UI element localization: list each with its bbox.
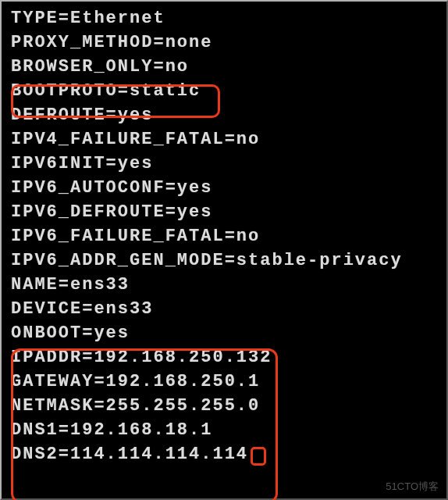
config-line-ipaddr: IPADDR=192.168.250.132 bbox=[6, 345, 446, 370]
config-line-ipv6-failure-fatal: IPV6_FAILURE_FATAL=no bbox=[6, 224, 446, 248]
config-line-proxy-method: PROXY_METHOD=none bbox=[6, 30, 446, 55]
config-line-dns1: DNS1=192.168.18.1 bbox=[6, 418, 446, 442]
config-line-browser-only: BROWSER_ONLY=no bbox=[6, 55, 446, 79]
config-line-ipv6-autoconf: IPV6_AUTOCONF=yes bbox=[6, 176, 446, 200]
terminal-output: TYPE=Ethernet PROXY_METHOD=none BROWSER_… bbox=[6, 6, 446, 466]
config-line-bootproto: BOOTPROTO=static bbox=[6, 79, 446, 103]
config-line-ipv6init: IPV6INIT=yes bbox=[6, 152, 446, 176]
config-line-ipv4-failure-fatal: IPV4_FAILURE_FATAL=no bbox=[6, 127, 446, 152]
config-line-name: NAME=ens33 bbox=[6, 273, 446, 297]
config-line-defroute: DEFROUTE=yes bbox=[6, 103, 446, 127]
config-line-ipv6-defroute: IPV6_DEFROUTE=yes bbox=[6, 200, 446, 224]
config-line-type: TYPE=Ethernet bbox=[6, 6, 446, 30]
screenshot-frame: TYPE=Ethernet PROXY_METHOD=none BROWSER_… bbox=[0, 0, 448, 500]
watermark-text: 51CTO博客 bbox=[386, 480, 439, 494]
config-line-device: DEVICE=ens33 bbox=[6, 297, 446, 321]
config-line-dns2: DNS2=114.114.114.114 bbox=[6, 442, 446, 466]
config-line-gateway: GATEWAY=192.168.250.1 bbox=[6, 370, 446, 394]
config-line-netmask: NETMASK=255.255.255.0 bbox=[6, 394, 446, 418]
config-line-onboot: ONBOOT=yes bbox=[6, 321, 446, 345]
config-line-ipv6-addr-gen-mode: IPV6_ADDR_GEN_MODE=stable-privacy bbox=[6, 248, 446, 273]
